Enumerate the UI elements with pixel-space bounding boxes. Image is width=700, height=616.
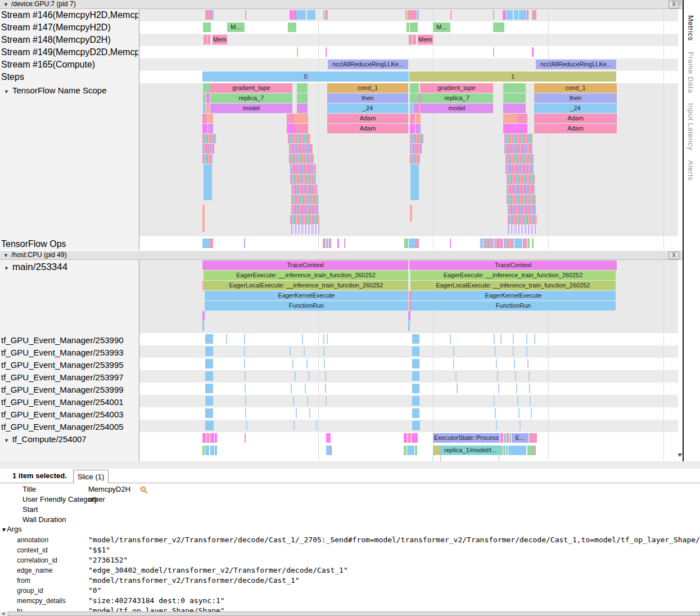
trace-event[interactable] (410, 164, 419, 200)
collapse-arrow-icon[interactable]: ▼ (4, 438, 9, 443)
trace-event[interactable] (523, 239, 527, 248)
trace-event[interactable] (202, 239, 210, 248)
trace-event[interactable] (297, 104, 308, 113)
trace-event[interactable] (507, 10, 513, 20)
trace-event[interactable] (520, 421, 521, 430)
trace-event[interactable]: model (421, 104, 493, 113)
trace-event[interactable]: Adam (327, 124, 408, 133)
trace-event[interactable] (410, 205, 412, 222)
trace-event[interactable] (323, 334, 324, 344)
trace-event[interactable] (205, 421, 214, 430)
trace-event[interactable] (323, 10, 324, 20)
side-tab-metrics[interactable]: Metrics (687, 15, 695, 41)
trace-event[interactable] (416, 239, 419, 248)
trace-event[interactable] (410, 144, 422, 154)
trace-event[interactable] (202, 311, 205, 321)
trace-event[interactable] (329, 239, 331, 248)
trace-event[interactable] (337, 239, 339, 248)
trace-event[interactable]: EagerKernelExecute (411, 291, 616, 300)
trace-event[interactable] (408, 321, 410, 331)
trace-event[interactable] (493, 23, 504, 32)
trace-event[interactable] (205, 396, 213, 406)
trace-event[interactable] (307, 10, 315, 20)
collapse-arrow-icon[interactable]: ▼ (4, 266, 9, 271)
trace-event[interactable]: then (327, 93, 408, 103)
trace-event[interactable] (202, 321, 204, 331)
trace-event[interactable] (412, 359, 419, 368)
trace-event[interactable] (534, 334, 535, 344)
trace-event[interactable]: Mem (418, 35, 433, 44)
vertical-scrollbar-thumb[interactable] (677, 0, 681, 5)
trace-event[interactable]: replica_7 (421, 93, 493, 103)
trace-event[interactable] (325, 371, 326, 381)
trace-event[interactable] (450, 239, 451, 248)
trace-event[interactable] (202, 124, 207, 133)
trace-event[interactable] (450, 10, 451, 20)
trace-event[interactable] (205, 446, 209, 455)
trace-event[interactable] (203, 83, 210, 93)
trace-event[interactable] (503, 114, 517, 123)
trace-event[interactable] (245, 433, 246, 443)
trace-event[interactable] (324, 359, 325, 368)
trace-event[interactable] (531, 408, 532, 418)
trace-event[interactable] (412, 408, 419, 418)
trace-event[interactable] (408, 10, 417, 20)
trace-event[interactable] (455, 371, 457, 381)
trace-event[interactable] (529, 433, 537, 443)
trace-event[interactable] (205, 359, 213, 368)
trace-event[interactable] (206, 104, 210, 113)
trace-event[interactable] (287, 114, 295, 123)
trace-event[interactable] (505, 154, 534, 164)
trace-event[interactable] (494, 396, 495, 406)
trace-event[interactable] (204, 35, 207, 44)
trace-event[interactable] (508, 225, 536, 234)
trace-event[interactable] (405, 10, 407, 20)
trace-event[interactable] (244, 359, 245, 368)
trace-event[interactable] (527, 446, 534, 455)
side-tab-alerts[interactable]: Alerts (687, 160, 695, 181)
trace-event[interactable]: 0 (202, 71, 409, 82)
trace-event[interactable] (433, 455, 433, 461)
trace-event[interactable]: ncclAllReduceRingLLKe... (536, 60, 616, 69)
trace-event[interactable] (289, 144, 313, 154)
trace-event[interactable] (407, 23, 409, 32)
trace-event[interactable] (202, 433, 206, 443)
trace-event[interactable] (292, 359, 293, 368)
trace-event[interactable] (499, 455, 499, 461)
trace-event[interactable] (494, 239, 503, 248)
trace-event[interactable]: Adam (327, 114, 408, 123)
track-label[interactable]: ▼main/253344 (1, 262, 67, 274)
trace-event[interactable] (290, 174, 316, 184)
trace-event[interactable]: Mem (213, 35, 227, 44)
trace-event[interactable] (226, 334, 227, 344)
trace-event[interactable] (290, 347, 291, 356)
trace-event[interactable] (290, 164, 316, 174)
trace-event[interactable] (208, 114, 213, 123)
trace-event[interactable] (503, 446, 505, 455)
trace-event[interactable] (326, 396, 327, 406)
trace-event[interactable] (404, 433, 407, 443)
trace-event[interactable] (210, 446, 214, 455)
trace-event[interactable] (287, 124, 295, 133)
trace-event[interactable] (291, 384, 292, 393)
trace-event[interactable] (493, 47, 494, 57)
trace-event[interactable] (507, 185, 535, 194)
trace-event[interactable] (412, 396, 419, 406)
trace-event[interactable] (290, 215, 319, 224)
trace-event[interactable] (496, 421, 497, 430)
trace-event[interactable] (205, 371, 213, 381)
trace-event[interactable] (326, 446, 331, 455)
trace-event[interactable] (344, 239, 345, 248)
trace-event[interactable] (504, 134, 532, 143)
trace-event[interactable] (508, 446, 526, 455)
trace-event[interactable] (415, 446, 417, 455)
trace-event[interactable] (404, 446, 407, 455)
trace-event[interactable] (484, 239, 494, 248)
trace-event[interactable] (495, 347, 496, 356)
trace-event[interactable] (203, 93, 206, 103)
trace-event[interactable] (306, 359, 308, 368)
trace-event[interactable] (244, 334, 245, 344)
trace-event[interactable]: FunctionRun (411, 301, 616, 311)
trace-event[interactable] (288, 134, 310, 143)
trace-event[interactable] (508, 205, 536, 214)
